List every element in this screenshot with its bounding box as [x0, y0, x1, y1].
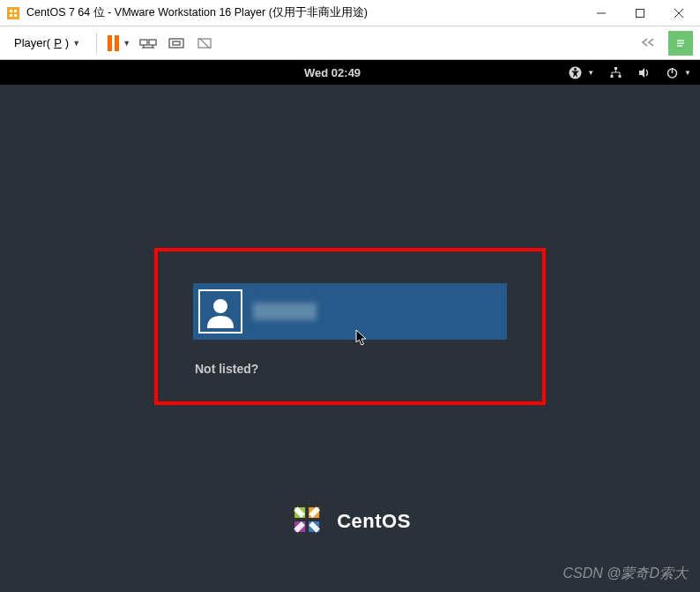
fullscreen-button[interactable]	[164, 31, 189, 56]
player-label-prefix: Player(	[14, 36, 50, 49]
collapse-toolbar-button[interactable]	[631, 36, 665, 50]
player-label-suffix: )	[65, 36, 69, 49]
unity-button[interactable]	[192, 31, 217, 56]
dropdown-arrow-icon: ▼	[72, 39, 80, 48]
svg-rect-24	[610, 75, 613, 78]
svg-rect-14	[173, 41, 180, 45]
svg-rect-23	[614, 67, 617, 70]
dropdown-arrow-icon: ▼	[123, 39, 130, 48]
close-button[interactable]	[659, 0, 698, 26]
send-ctrl-alt-del-button[interactable]	[136, 31, 160, 56]
pause-button[interactable]: ▼	[106, 32, 132, 55]
centos-brand-text: CentOS	[337, 510, 411, 533]
window-titlebar: CentOS 7 64 位 - VMware Workstation 16 Pl…	[0, 0, 700, 26]
svg-rect-8	[140, 40, 147, 45]
vmware-toolbar: Player(P) ▼ ▼	[0, 26, 700, 60]
centos-brand: CentOS	[289, 502, 411, 541]
accessibility-icon	[568, 65, 582, 79]
svg-rect-3	[12, 8, 14, 19]
player-menu[interactable]: Player(P) ▼	[7, 33, 87, 53]
watermark: CSDN @蒙奇D索大	[562, 565, 688, 583]
maximize-button[interactable]	[621, 0, 659, 26]
player-accel: P	[54, 36, 62, 49]
guest-display[interactable]: Wed 02:49 ▼ ▼	[0, 60, 700, 592]
pause-icon	[108, 35, 119, 51]
power-menu[interactable]: ▼	[665, 65, 691, 79]
svg-rect-25	[618, 75, 621, 78]
message-log-button[interactable]	[668, 31, 693, 56]
toolbar-separator	[96, 33, 97, 54]
vmware-app-icon	[5, 5, 21, 21]
volume-icon[interactable]	[637, 65, 651, 79]
network-icon[interactable]	[608, 65, 622, 79]
accessibility-menu[interactable]: ▼	[568, 65, 594, 79]
svg-rect-9	[149, 40, 156, 45]
svg-point-22	[574, 68, 577, 71]
svg-rect-13	[169, 39, 183, 48]
minimize-button[interactable]	[582, 0, 621, 26]
svg-rect-5	[637, 9, 644, 17]
gnome-top-bar: Wed 02:49 ▼ ▼	[0, 60, 700, 85]
window-controls	[582, 0, 698, 26]
window-title: CentOS 7 64 位 - VMware Workstation 16 Pl…	[26, 5, 582, 20]
dropdown-arrow-icon: ▼	[684, 69, 691, 77]
svg-line-16	[199, 38, 210, 49]
dropdown-arrow-icon: ▼	[587, 69, 594, 77]
annotation-box	[154, 248, 546, 405]
gnome-clock[interactable]: Wed 02:49	[97, 66, 568, 79]
centos-logo-icon	[289, 502, 324, 541]
power-icon	[665, 65, 679, 79]
